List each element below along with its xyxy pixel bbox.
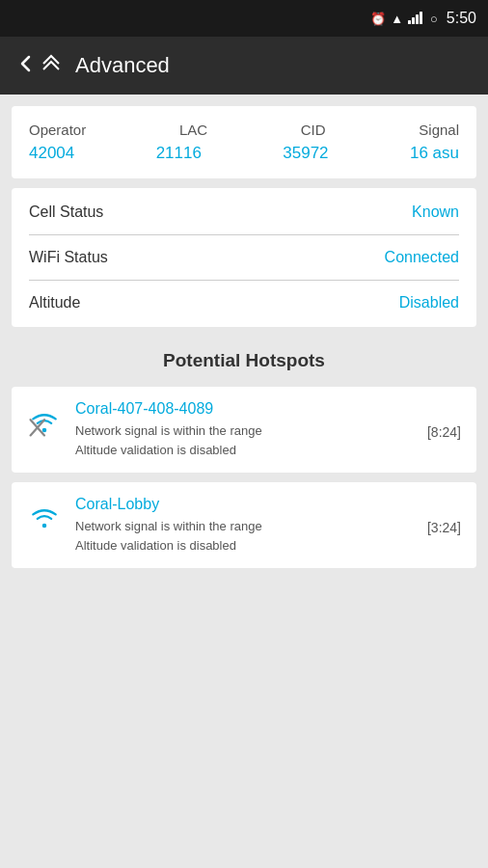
lac-header: LAC — [179, 122, 207, 138]
network-table: Operator LAC CID Signal 42004 21116 3597… — [29, 122, 459, 163]
altitude-label: Altitude — [29, 294, 80, 312]
page-title: Advanced — [75, 53, 170, 78]
wifi-status-icon: ▲ — [391, 12, 403, 26]
hotspots-section: Potential Hotspots Coral-407-408-4089 — [12, 337, 476, 578]
signal-value: 16 asu — [410, 144, 459, 163]
wifi-icon-1 — [27, 404, 62, 443]
hotspot-name-1: Coral-407-408-4089 — [75, 400, 414, 418]
network-table-values: 42004 21116 35972 16 asu — [29, 144, 459, 163]
back-button[interactable] — [15, 53, 62, 79]
hotspot-badge-1: [8:24] — [427, 424, 461, 440]
wifi-icon-2 — [27, 500, 62, 538]
battery-icon: ○ — [430, 12, 438, 26]
cid-header: CID — [301, 122, 326, 138]
back-icon — [15, 53, 37, 79]
wifi-status-value: Connected — [385, 249, 459, 266]
status-icons: ⏰ ▲ ○ 5:50 — [370, 10, 476, 27]
operator-value: 42004 — [29, 144, 74, 163]
altitude-row: Altitude Disabled — [29, 294, 459, 312]
cell-status-label: Cell Status — [29, 203, 103, 221]
status-time: 5:50 — [447, 10, 476, 27]
svg-rect-3 — [420, 12, 422, 24]
main-content: Operator LAC CID Signal 42004 21116 3597… — [0, 95, 488, 589]
clock-icon: ⏰ — [370, 12, 386, 26]
hotspot-desc-2: Network signal is within the range Altit… — [75, 517, 414, 555]
cell-status-card: Cell Status Known WiFi Status Connected … — [12, 188, 476, 327]
svg-rect-2 — [416, 14, 419, 24]
hotspot-desc-1: Network signal is within the range Altit… — [75, 421, 414, 459]
svg-rect-0 — [408, 20, 411, 24]
lac-value: 21116 — [156, 144, 202, 163]
operator-header: Operator — [29, 122, 86, 138]
signal-icon — [408, 11, 425, 27]
wifi-status-row: WiFi Status Connected — [29, 249, 459, 266]
network-table-header: Operator LAC CID Signal — [29, 122, 459, 138]
svg-point-4 — [42, 428, 47, 433]
cell-status-row: Cell Status Known — [29, 203, 459, 221]
signal-bars-icon — [41, 53, 62, 79]
hotspot-info-2: Coral-Lobby Network signal is within the… — [75, 496, 414, 555]
hotspot-item-2[interactable]: Coral-Lobby Network signal is within the… — [12, 482, 476, 568]
network-info-card: Operator LAC CID Signal 42004 21116 3597… — [12, 106, 476, 178]
cid-value: 35972 — [283, 144, 328, 163]
altitude-value: Disabled — [399, 294, 459, 312]
status-bar: ⏰ ▲ ○ 5:50 — [0, 0, 488, 37]
wifi-status-label: WiFi Status — [29, 249, 108, 266]
hotspot-item-1[interactable]: Coral-407-408-4089 Network signal is wit… — [12, 387, 476, 473]
action-bar: Advanced — [0, 37, 488, 95]
hotspot-badge-2: [3:24] — [427, 520, 461, 535]
status-section: Cell Status Known WiFi Status Connected … — [29, 203, 459, 312]
svg-rect-1 — [412, 17, 415, 24]
cell-status-value: Known — [412, 203, 459, 221]
divider-1 — [29, 234, 459, 235]
divider-2 — [29, 280, 459, 281]
hotspot-name-2: Coral-Lobby — [75, 496, 414, 513]
hotspots-title: Potential Hotspots — [12, 337, 476, 387]
svg-point-7 — [42, 524, 47, 529]
signal-header: Signal — [419, 122, 459, 138]
hotspot-info-1: Coral-407-408-4089 Network signal is wit… — [75, 400, 414, 459]
